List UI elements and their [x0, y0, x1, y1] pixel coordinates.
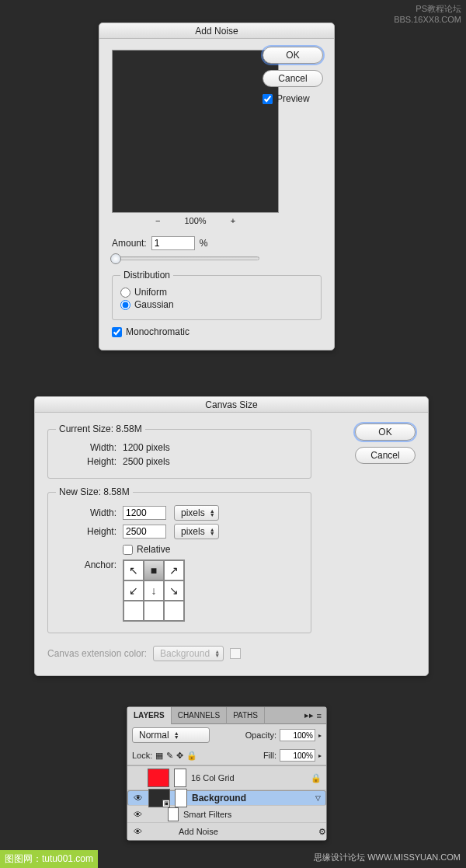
distribution-group: Distribution Uniform Gaussian — [112, 270, 322, 320]
layer-name: 16 Col Grid — [191, 773, 235, 783]
preview-checkbox[interactable]: Preview — [263, 93, 323, 104]
opacity-label: Opacity: — [245, 730, 276, 740]
new-size-legend: New Size: 8.58M — [56, 486, 133, 497]
lock-icon: 🔒 — [311, 773, 322, 783]
lock-position-icon[interactable]: ✥ — [176, 751, 183, 761]
watermark-bottom-left: 图图网：tutu001.com — [0, 850, 98, 868]
amount-slider[interactable] — [112, 256, 259, 260]
layer-row[interactable]: 👁 ▣ Background ▽ — [127, 790, 326, 806]
layer-row[interactable]: 16 Col Grid 🔒 — [127, 766, 326, 790]
lock-all-icon[interactable]: 🔒 — [186, 751, 197, 761]
visibility-toggle[interactable]: 👁 — [132, 827, 143, 836]
tab-channels[interactable]: CHANNELS — [172, 707, 227, 724]
filter-name: Add Noise — [179, 827, 218, 836]
gaussian-radio[interactable]: Gaussian — [120, 299, 313, 310]
add-noise-dialog: Add Noise OK Cancel Preview − 100% + Amo… — [99, 23, 335, 350]
extension-color-select[interactable]: Background▲▼ — [153, 646, 224, 661]
anchor-grid[interactable]: ↖■↗ ↙↓↘ — [123, 559, 185, 622]
zoom-level: 100% — [184, 216, 206, 225]
dialog-title: Add Noise — [99, 23, 334, 39]
opacity-input[interactable] — [280, 729, 315, 741]
height-label: Height: — [56, 526, 116, 537]
canvas-size-dialog: Canvas Size OK Cancel Current Size: 8.58… — [34, 396, 429, 676]
current-size-group: Current Size: 8.58M Width:1200 pixels He… — [47, 424, 311, 479]
new-size-group: New Size: 8.58M Width: pixels▲▼ Height: … — [47, 486, 311, 633]
relative-checkbox[interactable]: Relative — [123, 544, 170, 555]
watermark-bottom-right: 思缘设计论坛 WWW.MISSYUAN.COM — [314, 852, 461, 863]
height-input[interactable] — [123, 525, 166, 539]
slider-thumb[interactable] — [110, 253, 121, 264]
blend-mode-select[interactable]: Normal▲▼ — [132, 727, 210, 743]
zoom-out-button[interactable]: − — [155, 216, 160, 225]
tab-layers[interactable]: LAYERS — [127, 707, 172, 724]
amount-input[interactable] — [151, 236, 195, 250]
smart-filters-row[interactable]: 👁 Smart Filters — [127, 806, 326, 823]
height-unit-select[interactable]: pixels▲▼ — [174, 524, 219, 539]
tab-paths[interactable]: PATHS — [227, 707, 265, 724]
extension-color-label: Canvas extension color: — [47, 648, 147, 659]
lock-pixels-icon[interactable]: ✎ — [166, 751, 173, 761]
filter-mask-thumbnail — [168, 807, 179, 821]
uniform-radio[interactable]: Uniform — [120, 287, 313, 298]
fill-input[interactable] — [280, 749, 315, 762]
monochromatic-checkbox[interactable]: Monochromatic — [112, 326, 322, 337]
current-width: 1200 pixels — [123, 442, 170, 453]
preview-image — [112, 50, 279, 213]
width-input[interactable] — [123, 506, 166, 520]
filter-options-icon[interactable]: ⚙ — [318, 827, 326, 837]
zoom-in-button[interactable]: + — [231, 216, 235, 225]
current-size-legend: Current Size: 8.58M — [56, 424, 145, 434]
layers-panel: LAYERS CHANNELS PATHS ▸▸ ≡ Normal▲▼ Opac… — [127, 706, 327, 841]
cancel-button[interactable]: Cancel — [263, 70, 323, 87]
panel-menu-icon[interactable]: ≡ — [317, 711, 322, 720]
extension-color-swatch[interactable] — [230, 648, 241, 659]
fill-label: Fill: — [263, 751, 276, 760]
ok-button[interactable]: OK — [355, 424, 416, 441]
filter-row[interactable]: 👁 Add Noise ⚙ — [127, 823, 326, 840]
lock-label: Lock: — [132, 751, 152, 760]
cancel-button[interactable]: Cancel — [355, 447, 416, 464]
watermark-top: PS教程论坛 BBS.16XX8.COM — [394, 3, 461, 25]
anchor-label: Anchor: — [56, 559, 116, 570]
width-unit-select[interactable]: pixels▲▼ — [174, 505, 219, 521]
height-label: Height: — [56, 456, 116, 467]
layer-thumbnail — [148, 769, 169, 787]
visibility-toggle[interactable]: 👁 — [132, 810, 143, 819]
lock-transparent-icon[interactable]: ▦ — [155, 751, 163, 761]
width-label: Width: — [56, 442, 116, 453]
distribution-legend: Distribution — [120, 270, 173, 281]
visibility-toggle[interactable]: 👁 — [133, 793, 144, 804]
width-label: Width: — [56, 507, 116, 518]
smart-filters-label: Smart Filters — [183, 810, 231, 819]
layer-mask — [174, 769, 186, 787]
layer-name: Background — [192, 793, 246, 804]
filter-mask — [175, 789, 187, 807]
smart-object-icon: ▣ — [162, 800, 170, 807]
expand-triangle-icon[interactable]: ▽ — [315, 794, 321, 802]
dialog-title: Canvas Size — [35, 397, 428, 413]
amount-label: Amount: — [112, 238, 147, 249]
percent-label: % — [200, 238, 208, 249]
ok-button[interactable]: OK — [263, 47, 323, 64]
panel-collapse-icon[interactable]: ▸▸ — [304, 710, 314, 720]
current-height: 2500 pixels — [123, 456, 170, 467]
layer-thumbnail: ▣ — [148, 789, 170, 807]
